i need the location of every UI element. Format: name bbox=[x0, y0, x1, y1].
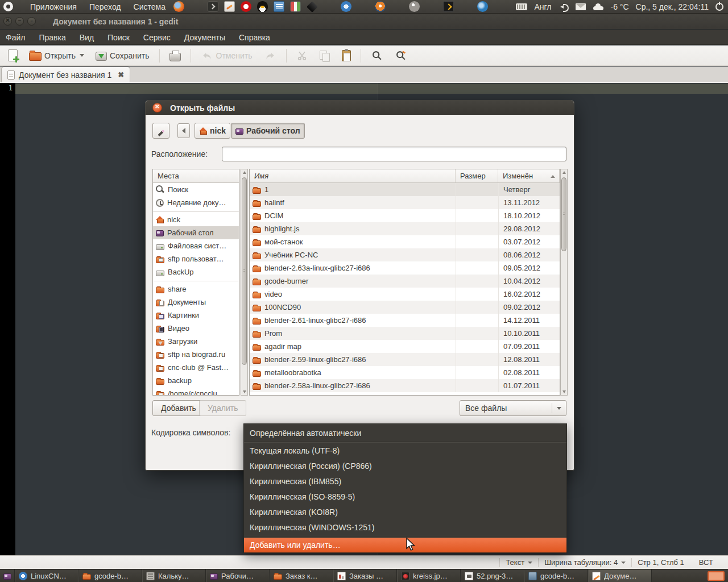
file-row[interactable]: blender-2.59-linux-glibc27-i686 12.08.20… bbox=[250, 353, 560, 366]
file-row[interactable]: мой-станок 03.07.2012 bbox=[250, 235, 560, 248]
encoding-menu-item[interactable]: Кириллическая (IBM855) bbox=[244, 474, 566, 489]
place-item[interactable]: sftp пользоват… bbox=[153, 252, 239, 265]
taskbar-window-button[interactable]: Кальку… bbox=[142, 569, 206, 582]
taskbar-window-button[interactable]: Заказ к… bbox=[270, 569, 333, 582]
panel-menu-item[interactable]: Приложения bbox=[30, 2, 77, 11]
scrollbar-thumb[interactable] bbox=[242, 177, 247, 365]
search-button[interactable] bbox=[367, 48, 387, 64]
taskbar-window-button[interactable]: gcode-b… bbox=[524, 569, 588, 582]
file-row[interactable]: 100NCD90 09.02.2012 bbox=[250, 301, 560, 314]
add-bookmark-button[interactable]: Добавить bbox=[152, 400, 205, 416]
workspace-switcher[interactable] bbox=[708, 571, 725, 581]
save-button[interactable]: Сохранить bbox=[92, 48, 153, 63]
taskbar-window-button[interactable]: Заказы … bbox=[333, 569, 397, 582]
place-item[interactable]: Видео bbox=[153, 322, 239, 335]
app-launcher[interactable] bbox=[208, 1, 219, 13]
app-launcher[interactable] bbox=[477, 1, 489, 13]
place-item[interactable]: Недавние доку… bbox=[153, 196, 239, 209]
file-row[interactable]: DCIM 18.10.2012 bbox=[250, 209, 560, 222]
window-maximize-button[interactable] bbox=[27, 17, 36, 26]
print-button[interactable] bbox=[166, 48, 184, 63]
menu-item[interactable]: Сервис bbox=[143, 33, 171, 42]
file-row[interactable]: blender-2.58a-linux-glibc27-i686 01.07.2… bbox=[250, 379, 560, 392]
show-desktop-button[interactable] bbox=[0, 569, 15, 582]
app-launcher[interactable] bbox=[241, 1, 252, 13]
encoding-menu-item[interactable]: Кириллическая (Россия) (CP866) bbox=[244, 459, 566, 474]
file-filter-combo[interactable]: Все файлы bbox=[460, 400, 566, 416]
file-row[interactable]: blender-2.63a-linux-glibc27-i686 09.05.2… bbox=[250, 261, 560, 275]
menu-item[interactable]: Вид bbox=[80, 33, 94, 42]
file-row[interactable]: highlight.js 29.08.2012 bbox=[250, 222, 560, 235]
place-item[interactable]: Поиск bbox=[153, 183, 239, 196]
place-item[interactable]: Загрузки bbox=[153, 335, 239, 348]
type-location-button[interactable] bbox=[152, 123, 169, 139]
scrollbar-thumb[interactable] bbox=[561, 177, 566, 251]
place-item[interactable]: Файловая сист… bbox=[153, 239, 239, 252]
tab-width-combo[interactable]: Ширина табуляции: 4 bbox=[544, 558, 626, 567]
file-row[interactable]: blender-2.61-linux-glibc27-i686 14.12.20… bbox=[250, 314, 560, 327]
clock[interactable]: Ср., 5 дек., 22:04:11 bbox=[636, 2, 709, 11]
weather-icon[interactable] bbox=[593, 3, 604, 10]
menu-item[interactable]: Справка bbox=[239, 33, 270, 42]
menu-item[interactable]: Правка bbox=[39, 33, 65, 42]
file-row[interactable]: video 16.02.2012 bbox=[250, 288, 560, 301]
file-row[interactable]: gcode-burner 10.04.2012 bbox=[250, 275, 560, 288]
place-item[interactable]: Рабочий стол bbox=[153, 226, 239, 239]
place-item[interactable]: Документы bbox=[153, 296, 239, 309]
scroll-up-icon[interactable] bbox=[243, 171, 246, 174]
app-launcher[interactable] bbox=[290, 1, 301, 13]
open-button[interactable]: Открыть bbox=[26, 48, 88, 63]
app-launcher[interactable] bbox=[307, 1, 318, 13]
power-icon[interactable] bbox=[715, 3, 723, 11]
file-row[interactable]: halintf 13.11.2012 bbox=[250, 196, 560, 209]
column-header-name[interactable]: Имя bbox=[250, 169, 456, 182]
encoding-menu-item[interactable]: Кириллическая (KOI8R) bbox=[244, 505, 566, 520]
path-segment-button[interactable]: nick bbox=[195, 123, 230, 139]
taskbar-window-button[interactable]: Докуме… bbox=[588, 569, 652, 582]
app-launcher[interactable] bbox=[443, 1, 454, 13]
app-launcher[interactable] bbox=[341, 1, 352, 13]
location-input[interactable] bbox=[222, 147, 566, 161]
window-minimize-button[interactable] bbox=[15, 17, 24, 26]
file-row[interactable]: agadir map 07.09.2011 bbox=[250, 340, 560, 353]
scroll-up-icon[interactable] bbox=[562, 171, 566, 174]
encoding-menu-item[interactable]: Кириллическая (ISO-8859-5) bbox=[244, 489, 566, 505]
place-item[interactable]: nick bbox=[153, 213, 239, 226]
app-launcher[interactable] bbox=[274, 1, 285, 13]
mail-icon[interactable] bbox=[576, 3, 586, 10]
taskbar-window-button[interactable]: LinuxCN… bbox=[15, 569, 78, 582]
file-row[interactable]: Учебник PC-NC 08.06.2012 bbox=[250, 248, 560, 261]
scroll-down-icon[interactable] bbox=[243, 390, 246, 393]
encoding-menu-item[interactable]: Кириллическая (WINDOWS-1251) bbox=[244, 520, 566, 535]
column-header-modified[interactable]: Изменён bbox=[498, 169, 560, 182]
taskbar-window-button[interactable]: 52.png-3… bbox=[461, 569, 524, 582]
taskbar-window-button[interactable]: gcode-b… bbox=[78, 569, 142, 582]
volume-icon[interactable] bbox=[559, 3, 569, 11]
place-item[interactable]: sftp на biograd.ru bbox=[153, 348, 239, 361]
dialog-close-button[interactable] bbox=[152, 103, 162, 113]
taskbar-window-button[interactable]: Рабочи… bbox=[206, 569, 270, 582]
document-tab[interactable]: Документ без названия 1 ✖ bbox=[1, 66, 130, 82]
app-launcher[interactable] bbox=[173, 1, 185, 13]
ubuntu-logo-icon[interactable] bbox=[3, 2, 13, 11]
place-item[interactable]: backup bbox=[153, 374, 239, 387]
place-item[interactable]: /home/c/cncclu… bbox=[153, 387, 239, 396]
app-launcher[interactable] bbox=[409, 1, 420, 13]
taskbar-window-button[interactable]: kreiss.jp… bbox=[397, 569, 461, 582]
app-launcher[interactable] bbox=[257, 1, 268, 13]
place-item[interactable]: share bbox=[153, 282, 239, 296]
path-back-button[interactable] bbox=[177, 123, 190, 138]
panel-menu-item[interactable]: Система bbox=[134, 2, 166, 11]
place-item[interactable]: cnc-club @ Fast… bbox=[153, 361, 239, 374]
panel-menu-item[interactable]: Переход bbox=[89, 2, 121, 11]
place-item[interactable]: BackUp bbox=[153, 265, 239, 278]
scroll-down-icon[interactable] bbox=[562, 390, 566, 393]
app-launcher[interactable] bbox=[375, 1, 386, 13]
files-scrollbar[interactable] bbox=[560, 169, 568, 396]
places-scrollbar[interactable] bbox=[241, 169, 248, 396]
window-close-button[interactable] bbox=[3, 17, 12, 26]
language-indicator[interactable]: Англ bbox=[534, 2, 551, 11]
highlight-mode-combo[interactable]: Текст bbox=[506, 558, 532, 567]
search-replace-button[interactable] bbox=[391, 48, 411, 64]
file-row[interactable]: Prom 10.10.2011 bbox=[250, 327, 560, 340]
